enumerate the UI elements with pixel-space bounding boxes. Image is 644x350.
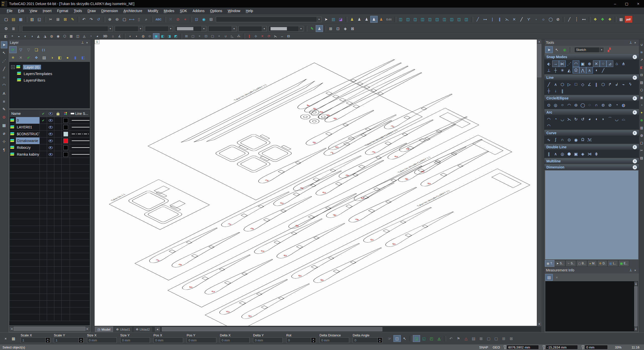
tool-icon[interactable]: ◠	[545, 122, 552, 129]
snap-set-1-icon[interactable]: ❖	[592, 16, 599, 23]
expand-icon[interactable]: «	[633, 159, 637, 163]
material-sheet[interactable]: Tukan bis 1:1	[106, 178, 210, 230]
image-icon[interactable]: ◪	[337, 16, 344, 23]
tool-icon[interactable]: ⌁	[620, 81, 627, 88]
select-3d-icon[interactable]: ◫	[393, 335, 401, 342]
tool-icon[interactable]: ⋊	[586, 151, 593, 157]
tool-icon[interactable]: ◎	[559, 151, 566, 157]
solid-2-icon[interactable]: ◓	[9, 33, 16, 39]
settings-tool-icon[interactable]: ⚙	[1, 114, 7, 121]
wing-rib[interactable]: 6	[361, 206, 436, 244]
layer-linestyle-cell[interactable]	[70, 151, 90, 158]
collapse-icon[interactable]: «	[633, 110, 637, 115]
layer-row[interactable]: Roboczy	[10, 144, 90, 151]
tool-icon[interactable]: ⋀	[579, 67, 586, 74]
trim-icon[interactable]: ✂	[639, 147, 644, 154]
minimize-button[interactable]: –	[609, 0, 621, 8]
node-mode-icon[interactable]: ↖	[401, 335, 408, 342]
tool-icon[interactable]: ◌	[586, 102, 593, 108]
scroll-thumb[interactable]	[537, 44, 541, 77]
layer-name[interactable]: 0	[16, 117, 39, 124]
field-input[interactable]: 1▲▼	[54, 337, 84, 343]
zoom-page-icon[interactable]: ▯	[135, 16, 143, 23]
ghost-select-icon[interactable]: ♟	[316, 25, 323, 32]
wing-rib[interactable]: 6	[412, 138, 487, 176]
slot-part[interactable]	[439, 113, 470, 128]
tool-icon[interactable]: ↺	[579, 116, 586, 122]
coord-input[interactable]: -15,2834 mm	[546, 345, 578, 349]
workplane-icon[interactable]: ◫	[397, 16, 405, 23]
hatch-frame-part[interactable]	[257, 144, 293, 162]
layer-active-cell[interactable]: ✔	[40, 117, 47, 124]
layer-color-cell[interactable]	[62, 117, 70, 124]
wing-rib[interactable]: 9	[241, 195, 316, 233]
loose-rib-group[interactable]: 2	[321, 119, 396, 157]
layer-color-cell[interactable]	[62, 137, 70, 144]
hatch-frame-part[interactable]	[143, 204, 183, 224]
tool-icon[interactable]: ⊖	[573, 102, 579, 108]
layer-lock-cell[interactable]	[54, 137, 62, 144]
wing-rib[interactable]: 3	[256, 147, 331, 184]
array-2-icon[interactable]: ▢	[190, 33, 196, 39]
slot-part[interactable]	[492, 173, 521, 188]
poly-icon[interactable]: ⬡	[639, 87, 644, 93]
grid-icon[interactable]: ⁙	[167, 16, 174, 23]
wing-rib[interactable]: 6	[418, 150, 493, 188]
edit-label[interactable]: Edit	[385, 16, 393, 23]
layer-name[interactable]: Ramka kabiny	[16, 151, 39, 158]
copy-icon[interactable]: ⊞	[54, 16, 62, 23]
wing-rib[interactable]: 8	[311, 247, 386, 284]
cut-icon[interactable]: ✂	[47, 16, 54, 23]
tool-icon[interactable]: □	[573, 81, 579, 88]
layer-active-cell[interactable]	[40, 131, 47, 137]
solid-1-icon[interactable]: ◧	[3, 33, 9, 39]
zoom-selection-icon[interactable]: ⌕	[143, 16, 150, 23]
tool-icon[interactable]: ◖	[593, 67, 600, 74]
boolean-6-icon[interactable]: ◧	[159, 33, 166, 39]
brush-style-combobox[interactable]: ▾	[208, 26, 236, 31]
wing-rib[interactable]: 2	[382, 93, 456, 130]
menu-help[interactable]: Help	[243, 8, 256, 14]
layer-color-cell[interactable]	[62, 131, 70, 137]
scroll-up-icon[interactable]: ▴	[634, 282, 637, 286]
modify-4-icon[interactable]: ⟳	[266, 33, 272, 39]
selector-vertex-icon[interactable]: ◰	[428, 335, 435, 342]
palette-tab-T[interactable]: ▦T.	[545, 260, 554, 267]
workplane-icon[interactable]: ◫	[463, 16, 470, 23]
target-icon[interactable]: ⊕	[639, 117, 644, 123]
warning-icon[interactable]: △	[462, 335, 470, 342]
tool-icon[interactable]: ▣	[573, 151, 579, 157]
undo-icon[interactable]: ↶	[80, 16, 88, 23]
color-all-icon[interactable]: ●	[64, 54, 71, 61]
solid-4-icon[interactable]: ◐	[22, 33, 29, 39]
frame-5-icon[interactable]: ⊠	[508, 335, 515, 342]
coordinate-table-icon[interactable]: ▦	[10, 335, 17, 342]
menu-addons[interactable]: Addons	[190, 8, 207, 14]
tool-icon[interactable]: ◔	[552, 116, 559, 122]
menu-tools[interactable]: Tools	[71, 8, 85, 14]
snap-icon[interactable]: ⌖	[182, 16, 189, 23]
boolean-3-icon[interactable]: ◍	[140, 33, 146, 39]
zoom-out-icon[interactable]: ⊖	[113, 16, 121, 23]
tool-icon[interactable]: ∧	[552, 81, 559, 88]
round-part[interactable]	[299, 113, 312, 120]
layer-active-cell[interactable]	[40, 137, 47, 144]
tool-icon[interactable]: ∩	[559, 136, 566, 143]
modify-7-icon[interactable]: ⊟	[285, 33, 292, 39]
tool-icon[interactable]: ⬖	[545, 60, 552, 67]
apply-icon[interactable]: ✔	[25, 54, 32, 61]
undo-selection-icon[interactable]: ↶	[447, 335, 455, 342]
boolean-7-icon[interactable]: ◨	[166, 33, 173, 39]
tool-icon[interactable]: ↱	[607, 81, 613, 88]
solid-8-icon[interactable]: ◍	[48, 33, 55, 39]
layer-visible-cell[interactable]	[47, 124, 54, 131]
wing-rib[interactable]: 6	[274, 222, 349, 260]
solid-7-icon[interactable]: ◮	[42, 33, 48, 39]
wing-rib[interactable]: 6	[239, 283, 314, 320]
zoom-window-icon[interactable]: ▢	[121, 16, 128, 23]
tool-icon[interactable]: ⊙	[545, 102, 552, 108]
layer-row[interactable]: LAYER01	[10, 124, 90, 131]
line-style-2-icon[interactable]: ⊶	[481, 16, 489, 23]
boolean-1-icon[interactable]: ◖	[127, 33, 133, 39]
collapse-icon[interactable]: «	[633, 55, 637, 59]
